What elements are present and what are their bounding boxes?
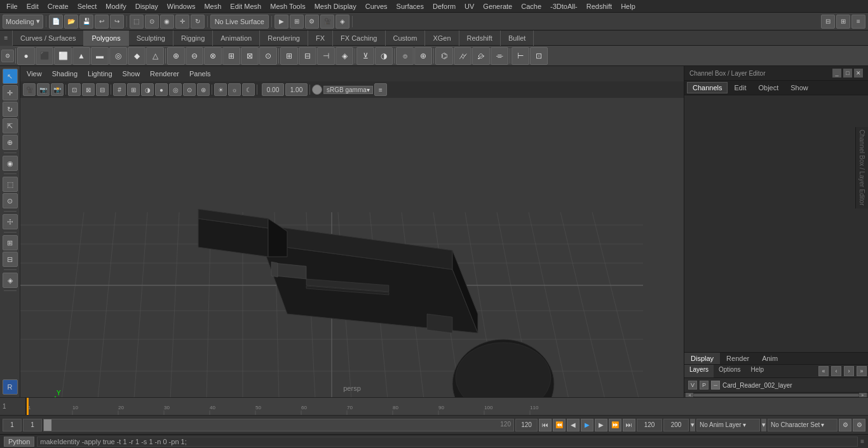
range-end-field[interactable]: 120: [515, 419, 538, 431]
shelf-plane[interactable]: ▬: [91, 47, 109, 65]
layer-scrollbar[interactable]: [693, 394, 859, 397]
menu-mesh[interactable]: Mesh: [200, 1, 225, 11]
move-tool-btn[interactable]: ✛: [175, 15, 189, 29]
tab-sculpting[interactable]: Sculpting: [129, 31, 173, 46]
vp-cam3-btn[interactable]: 📸: [51, 83, 64, 96]
jump-start-btn[interactable]: ⏮: [539, 419, 552, 431]
menu-windows[interactable]: Windows: [163, 1, 200, 11]
vp-menu-shading[interactable]: Shading: [50, 69, 80, 79]
range-start-field[interactable]: 1: [23, 419, 42, 431]
shelf-extrude[interactable]: ⊞: [222, 47, 240, 65]
live-surface-btn[interactable]: No Live Surface: [210, 15, 269, 29]
menu-surfaces[interactable]: Surfaces: [393, 1, 428, 11]
tab-bullet[interactable]: Bullet: [501, 31, 534, 46]
layer-sub-options[interactable]: Options: [714, 365, 745, 377]
menu-mesh-display[interactable]: Mesh Display: [311, 1, 360, 11]
vp-menu-panels[interactable]: Panels: [187, 69, 214, 79]
jump-end-btn[interactable]: ⏭: [623, 419, 635, 431]
vp-shadow-btn[interactable]: ☾: [242, 83, 255, 96]
vp-light1-btn[interactable]: ☀: [214, 83, 227, 96]
menu-curves[interactable]: Curves: [362, 1, 391, 11]
vp-select-mode[interactable]: ⊠: [82, 83, 95, 96]
layer-sub-help[interactable]: Help: [745, 365, 769, 377]
menu-uv[interactable]: UV: [461, 1, 478, 11]
cb-tab-show[interactable]: Show: [785, 82, 814, 93]
menu-3dtoall[interactable]: -3DtoAll-: [546, 1, 581, 11]
undo-btn[interactable]: ↩: [95, 15, 109, 29]
menu-select[interactable]: Select: [74, 1, 101, 11]
menu-display[interactable]: Display: [132, 1, 162, 11]
menu-deform[interactable]: Deform: [429, 1, 459, 11]
lasso-tool-btn[interactable]: ⊙: [145, 15, 159, 29]
anim-max-range[interactable]: 200: [663, 419, 689, 431]
cb-tab-channels[interactable]: Channels: [687, 82, 728, 93]
tab-animation[interactable]: Animation: [213, 31, 260, 46]
shelf-cylinder[interactable]: ⬜: [54, 47, 72, 65]
menu-help[interactable]: Help: [617, 1, 639, 11]
shelf-deform1[interactable]: ⌬: [435, 47, 453, 65]
redo-btn[interactable]: ↪: [110, 15, 124, 29]
prev-frame-btn[interactable]: ◀: [567, 419, 580, 431]
tab-fx-caching[interactable]: FX Caching: [333, 31, 385, 46]
universal-manip-btn[interactable]: ⊕: [3, 135, 18, 150]
rotate-mode-btn[interactable]: ↻: [3, 102, 18, 117]
vp-colorspace-btn[interactable]: [312, 85, 322, 95]
paint-select-btn[interactable]: ⊙: [3, 193, 18, 208]
shelf-smooth[interactable]: ⌾: [396, 47, 414, 65]
menu-create[interactable]: Create: [44, 1, 72, 11]
shelf-separate[interactable]: ⊖: [186, 47, 203, 65]
vp-shade4-btn[interactable]: ⊙: [183, 83, 196, 96]
menu-modify[interactable]: Modify: [102, 1, 130, 11]
tab-rigging[interactable]: Rigging: [173, 31, 213, 46]
vp-cam-btn[interactable]: 🎥: [23, 83, 36, 96]
vp-menu-lighting[interactable]: Lighting: [85, 69, 115, 79]
shelf-bevel[interactable]: ⊗: [204, 47, 222, 65]
vp-light2-btn[interactable]: ☼: [228, 83, 241, 96]
soft-select-btn[interactable]: ◉: [3, 156, 18, 171]
color-profile-dropdown[interactable]: sRGB gamma ▾: [323, 86, 373, 94]
viewport-scene[interactable]: X Y Z persp: [20, 98, 684, 397]
shelf-insert-loop[interactable]: ⊞: [280, 47, 298, 65]
layer-tab-render[interactable]: Render: [720, 353, 756, 364]
snap-grid-btn[interactable]: ⊟: [3, 252, 18, 267]
tab-fx[interactable]: FX: [308, 31, 333, 46]
shelf-prism[interactable]: ◆: [128, 47, 146, 65]
tab-polygons[interactable]: Polygons: [84, 31, 128, 46]
vp-wireframe-btn[interactable]: ⊞: [127, 83, 140, 96]
shelf-sphere[interactable]: ●: [17, 47, 35, 65]
vp-shade3-btn[interactable]: ◎: [169, 83, 182, 96]
vp-color-extra[interactable]: ≡: [374, 83, 387, 96]
snap-point-btn[interactable]: ⊞: [3, 235, 18, 250]
menu-generate[interactable]: Generate: [479, 1, 516, 11]
render-seq-btn[interactable]: ⊞: [290, 15, 304, 29]
menu-edit[interactable]: Edit: [23, 1, 43, 11]
anim-layer-dropdown[interactable]: No Anim Layer ▾: [696, 419, 760, 431]
tab-custom[interactable]: Custom: [386, 31, 426, 46]
shelf-combine[interactable]: ⊕: [167, 47, 185, 65]
shelf-pyramid[interactable]: △: [146, 47, 164, 65]
shelf-slide-edge[interactable]: ⊣: [317, 47, 335, 65]
frame-slider-thumb[interactable]: [44, 419, 51, 431]
rotate-tool-btn[interactable]: ↻: [191, 15, 205, 29]
menu-edit-mesh[interactable]: Edit Mesh: [226, 1, 265, 11]
channel-box-maximize[interactable]: □: [843, 69, 852, 78]
layer-color-swatch[interactable]: ─: [711, 381, 720, 390]
vp-select-mask[interactable]: ⊡: [68, 83, 81, 96]
layer-nav-next-next[interactable]: »: [857, 366, 867, 376]
vp-cam2-btn[interactable]: 📷: [37, 83, 50, 96]
sidebar-toggle[interactable]: ≡: [0, 31, 13, 46]
hypershade-btn[interactable]: ◈: [336, 15, 349, 29]
python-mode-btn[interactable]: Python: [4, 437, 34, 447]
anim-layer-arrow[interactable]: ▾: [690, 419, 695, 431]
layer-sub-layers[interactable]: Layers: [684, 365, 714, 377]
shelf-sculpt[interactable]: ⊕: [414, 47, 432, 65]
save-file-btn[interactable]: 💾: [79, 15, 93, 29]
vp-x-coord[interactable]: 0.00: [262, 83, 284, 96]
display-settings-btn[interactable]: ⊟: [821, 15, 835, 29]
open-file-btn[interactable]: 📂: [64, 15, 78, 29]
shelf-torus[interactable]: ◎: [109, 47, 127, 65]
tab-curves-surfaces[interactable]: Curves / Surfaces: [13, 31, 84, 46]
command-line[interactable]: makeIdentity -apply true -t 1 -r 1 -s 1 …: [37, 437, 858, 447]
show-manipulator-btn[interactable]: ☩: [3, 214, 18, 229]
paint-tool-btn[interactable]: ◉: [160, 15, 174, 29]
